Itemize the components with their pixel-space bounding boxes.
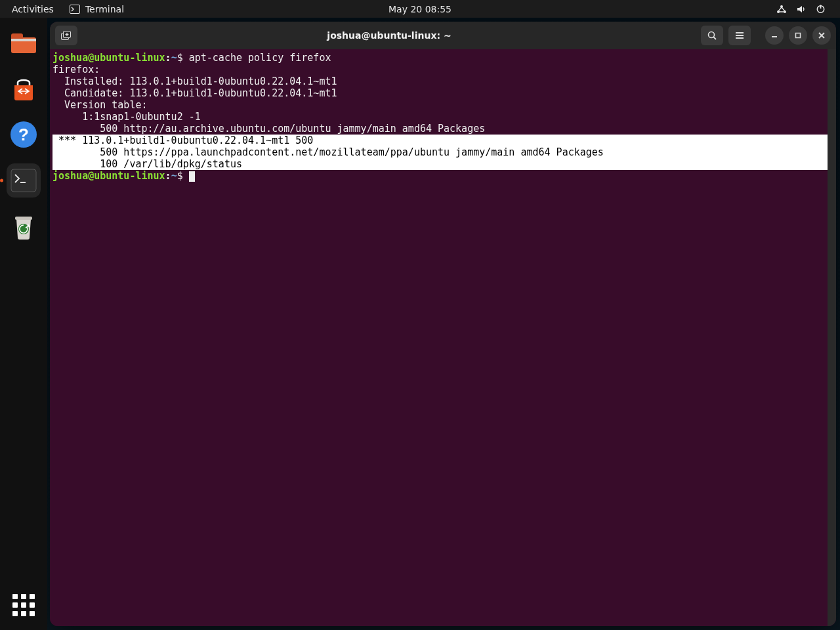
svg-rect-8 xyxy=(11,39,36,41)
terminal-body[interactable]: joshua@ubuntu-linux:~$ apt-cache policy … xyxy=(50,49,836,626)
svg-line-18 xyxy=(714,37,717,40)
svg-rect-11 xyxy=(11,169,36,192)
desktop: joshua@ubuntu-linux: ~ joshua@ubuntu-lin… xyxy=(47,18,840,630)
prompt-path: ~ xyxy=(171,52,177,64)
power-icon[interactable] xyxy=(816,4,826,14)
output-line-highlight: 100 /var/lib/dpkg/status xyxy=(52,158,836,170)
window-title: joshua@ubuntu-linux: ~ xyxy=(83,30,696,41)
svg-point-17 xyxy=(709,32,715,38)
app-menu[interactable]: Terminal xyxy=(70,4,124,14)
gnome-topbar: Activities Terminal May 20 08:55 xyxy=(0,0,840,18)
dock-help[interactable]: ? xyxy=(7,117,41,152)
dock-files[interactable] xyxy=(7,26,41,60)
minimize-button[interactable] xyxy=(765,26,784,45)
output-line: 500 http://au.archive.ubuntu.com/ubuntu … xyxy=(52,123,485,135)
terminal-titlebar: joshua@ubuntu-linux: ~ xyxy=(50,22,836,49)
dock-trash[interactable] xyxy=(7,209,41,243)
app-menu-label: Terminal xyxy=(85,4,124,14)
svg-rect-23 xyxy=(796,33,801,38)
output-line-highlight: *** 113.0.1+build1-0ubuntu0.22.04.1~mt1 … xyxy=(52,135,836,146)
dock: ? xyxy=(0,18,47,630)
prompt-path: ~ xyxy=(171,170,177,182)
output-line: Candidate: 113.0.1+build1-0ubuntu0.22.04… xyxy=(52,87,337,99)
cursor xyxy=(189,171,195,182)
network-icon[interactable] xyxy=(776,5,787,14)
prompt-user: joshua@ubuntu-linux xyxy=(52,170,165,182)
svg-rect-13 xyxy=(15,217,32,220)
output-line: Version table: xyxy=(52,99,148,111)
svg-rect-0 xyxy=(70,5,79,13)
terminal-scrollbar[interactable] xyxy=(828,49,836,626)
prompt-colon: : xyxy=(165,52,171,64)
close-button[interactable] xyxy=(812,26,831,45)
dock-software[interactable] xyxy=(7,72,41,106)
new-tab-button[interactable] xyxy=(55,26,77,45)
terminal-window: joshua@ubuntu-linux: ~ joshua@ubuntu-lin… xyxy=(50,22,836,626)
hamburger-menu-button[interactable] xyxy=(728,26,751,45)
dock-terminal[interactable] xyxy=(7,163,41,198)
clock[interactable]: May 20 08:55 xyxy=(388,4,452,14)
maximize-button[interactable] xyxy=(789,26,807,45)
output-line: 1:1snap1-0ubuntu2 -1 xyxy=(52,111,201,123)
output-line: Installed: 113.0.1+build1-0ubuntu0.22.04… xyxy=(52,75,337,87)
entered-command: apt-cache policy firefox xyxy=(183,52,331,64)
show-applications-button[interactable] xyxy=(10,592,37,618)
activities-button[interactable]: Activities xyxy=(12,4,54,14)
prompt-user: joshua@ubuntu-linux xyxy=(52,52,165,64)
output-line: firefox: xyxy=(52,64,100,75)
svg-text:?: ? xyxy=(18,125,29,144)
prompt-dollar: $ xyxy=(177,170,183,182)
prompt-dollar: $ xyxy=(177,52,183,64)
prompt-colon: : xyxy=(165,170,171,182)
output-line-highlight: 500 https://ppa.launchpadcontent.net/moz… xyxy=(52,146,836,158)
search-button[interactable] xyxy=(701,26,723,45)
volume-icon[interactable] xyxy=(796,5,807,14)
terminal-app-icon xyxy=(70,5,80,14)
